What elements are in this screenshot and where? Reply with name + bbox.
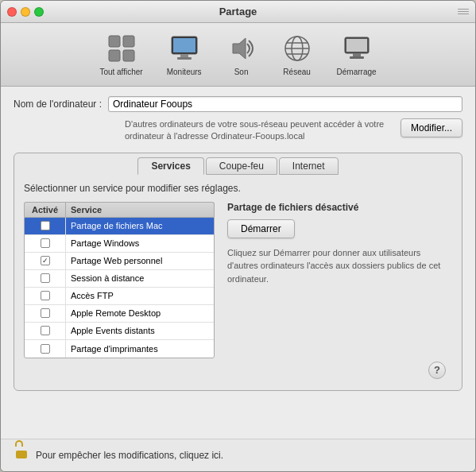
lock-body bbox=[16, 451, 27, 458]
svg-rect-7 bbox=[177, 57, 192, 60]
col-header-service: Service bbox=[66, 203, 214, 217]
checkbox-container: ✓ bbox=[25, 253, 66, 269]
svg-rect-3 bbox=[123, 50, 134, 61]
svg-rect-1 bbox=[123, 36, 134, 47]
service-name-5: Apple Remote Desktop bbox=[66, 308, 214, 318]
service-checkbox-4[interactable] bbox=[41, 291, 50, 300]
service-name-7: Partage d'imprimantes bbox=[66, 344, 214, 354]
toolbar-label-tout-afficher: Tout afficher bbox=[99, 68, 142, 76]
checkbox-container bbox=[25, 218, 66, 234]
service-checkbox-2[interactable]: ✓ bbox=[41, 256, 50, 265]
help-button[interactable]: ? bbox=[428, 362, 446, 379]
table-row[interactable]: Partage d'imprimantes bbox=[25, 340, 214, 358]
tab-content-services: Sélectionner un service pour modifier se… bbox=[14, 175, 462, 390]
resize-icon bbox=[458, 9, 469, 15]
lock-shackle bbox=[15, 440, 23, 447]
checkbox-container bbox=[25, 235, 66, 252]
description-row: D'autres ordinateurs de votre sous-résea… bbox=[14, 118, 462, 143]
table-row[interactable]: ✓ Partage Web personnel bbox=[25, 253, 214, 270]
tab-internet[interactable]: Internet bbox=[279, 157, 339, 175]
tab-panel: Services Coupe-feu Internet Sélectionner… bbox=[14, 153, 462, 391]
service-checkbox-3[interactable] bbox=[41, 273, 50, 283]
footer[interactable]: Pour empêcher les modifications, cliquez… bbox=[1, 439, 475, 471]
network-icon bbox=[281, 33, 313, 64]
service-checkbox-7[interactable] bbox=[41, 344, 50, 354]
table-row[interactable]: Partage de fichiers Mac bbox=[25, 218, 214, 235]
table-row[interactable]: Apple Events distants bbox=[25, 323, 214, 340]
help-row: ? bbox=[24, 358, 452, 382]
col-header-active: Activé bbox=[25, 203, 66, 217]
toolbar-label-reseau: Réseau bbox=[283, 68, 310, 76]
svg-rect-15 bbox=[346, 39, 367, 52]
svg-rect-0 bbox=[109, 36, 120, 47]
toolbar-item-moniteurs[interactable]: Moniteurs bbox=[159, 29, 210, 79]
grid-icon bbox=[106, 33, 137, 64]
right-panel: Partage de fichiers désactivé Démarrer C… bbox=[227, 202, 452, 358]
toolbar-label-son: Son bbox=[234, 68, 249, 76]
computer-name-description: D'autres ordinateurs de votre sous-résea… bbox=[125, 118, 393, 143]
table-header: Activé Service bbox=[24, 202, 215, 217]
traffic-lights bbox=[7, 7, 44, 17]
tab-services[interactable]: Services bbox=[137, 157, 203, 175]
svg-rect-16 bbox=[353, 53, 361, 56]
service-checkbox-1[interactable] bbox=[41, 238, 50, 248]
panel-title: Partage de fichiers désactivé bbox=[227, 202, 452, 213]
toolbar-item-demarrage[interactable]: Démarrage bbox=[329, 29, 385, 79]
checkbox-container bbox=[25, 270, 66, 287]
tab-coupe-feu[interactable]: Coupe-feu bbox=[206, 157, 277, 175]
modify-button[interactable]: Modifier... bbox=[401, 118, 462, 137]
service-checkbox-5[interactable] bbox=[41, 308, 50, 318]
maximize-button[interactable] bbox=[34, 7, 44, 17]
service-name-1: Partage Windows bbox=[66, 238, 214, 248]
checkbox-container bbox=[25, 305, 66, 322]
checkbox-container bbox=[25, 288, 66, 304]
checkbox-container bbox=[25, 340, 66, 358]
minimize-button[interactable] bbox=[21, 7, 30, 17]
toolbar-item-reseau[interactable]: Réseau bbox=[273, 29, 321, 79]
tab-description: Sélectionner un service pour modifier se… bbox=[24, 183, 452, 194]
start-button[interactable]: Démarrer bbox=[227, 219, 295, 238]
toolbar-item-tout-afficher[interactable]: Tout afficher bbox=[91, 29, 150, 79]
computer-name-row: Nom de l'ordinateur : bbox=[14, 96, 462, 112]
svg-marker-8 bbox=[233, 38, 246, 59]
service-name-4: Accès FTP bbox=[66, 291, 214, 300]
checkbox-container bbox=[25, 323, 66, 339]
svg-rect-5 bbox=[173, 38, 195, 52]
main-window: Partage Tout afficher bbox=[0, 0, 476, 472]
monitor-icon bbox=[168, 33, 200, 64]
service-name-0: Partage de fichiers Mac bbox=[66, 221, 214, 230]
toolbar: Tout afficher Moniteurs Son bbox=[1, 23, 475, 87]
service-name-3: Session à distance bbox=[66, 273, 214, 283]
table-row[interactable]: Partage Windows bbox=[25, 235, 214, 253]
titlebar: Partage bbox=[1, 1, 475, 23]
sound-icon bbox=[226, 33, 257, 64]
service-checkbox-0[interactable] bbox=[41, 221, 50, 230]
lock-icon bbox=[14, 446, 29, 465]
services-container: Activé Service Partage de fichiers Mac bbox=[24, 202, 452, 358]
service-checkbox-6[interactable] bbox=[41, 326, 50, 335]
toolbar-label-moniteurs: Moniteurs bbox=[167, 68, 202, 76]
footer-lock-text: Pour empêcher les modifications, cliquez… bbox=[36, 450, 223, 461]
window-title: Partage bbox=[219, 6, 257, 17]
svg-rect-6 bbox=[180, 54, 188, 57]
table-row[interactable]: Session à distance bbox=[25, 270, 214, 288]
tabs-header: Services Coupe-feu Internet bbox=[14, 153, 462, 175]
service-name-6: Apple Events distants bbox=[66, 326, 214, 335]
table-row[interactable]: Apple Remote Desktop bbox=[25, 305, 214, 323]
toolbar-item-son[interactable]: Son bbox=[218, 29, 265, 79]
computer-name-label: Nom de l'ordinateur : bbox=[14, 99, 102, 110]
computer-name-input[interactable] bbox=[108, 96, 462, 112]
startup-icon bbox=[341, 33, 373, 64]
panel-description: Cliquez sur Démarrer pour donner aux uti… bbox=[227, 246, 452, 286]
table-body: Partage de fichiers Mac Partage Windows bbox=[24, 217, 215, 358]
svg-rect-17 bbox=[350, 56, 364, 59]
services-list: Activé Service Partage de fichiers Mac bbox=[24, 202, 215, 358]
table-row[interactable]: Accès FTP bbox=[25, 288, 214, 305]
main-content: Nom de l'ordinateur : D'autres ordinateu… bbox=[1, 87, 475, 439]
svg-rect-2 bbox=[109, 50, 120, 61]
close-button[interactable] bbox=[7, 7, 17, 17]
service-name-2: Partage Web personnel bbox=[66, 256, 214, 265]
toolbar-label-demarrage: Démarrage bbox=[337, 68, 377, 76]
